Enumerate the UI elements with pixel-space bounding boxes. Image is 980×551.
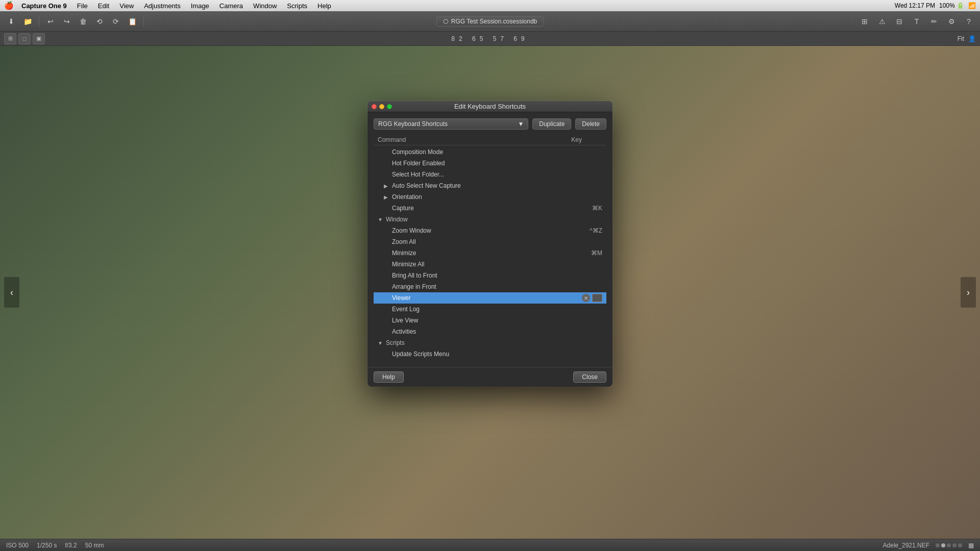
tabbar: ⊞ □ ▣ 82 65 57 69 Fit 👤 xyxy=(0,32,980,46)
menu-edit[interactable]: Edit xyxy=(94,0,113,11)
menubar-right: Wed 12:17 PM 100% 🔋 📶 xyxy=(895,2,976,9)
menu-file[interactable]: File xyxy=(73,0,92,11)
import-btn[interactable]: 📁 xyxy=(20,14,35,29)
expand-chevron-icon: ▶ xyxy=(384,183,390,189)
table-btn[interactable]: ⊟ xyxy=(892,14,906,29)
grid-view-btn[interactable]: ⊞ xyxy=(857,14,872,29)
zoom-indicator: 👤 xyxy=(968,35,976,42)
dialog-footer: Help Close xyxy=(368,367,612,387)
cmd-arrange-in-front[interactable]: Arrange in Front xyxy=(374,281,606,292)
cmd-bring-all-to-front[interactable]: Bring All to Front xyxy=(374,270,606,281)
nav-prev-btn[interactable]: ‹ xyxy=(4,277,19,308)
table-header: Command Key xyxy=(374,135,606,145)
menu-image[interactable]: Image xyxy=(187,0,213,11)
cmd-minimize[interactable]: Minimize ⌘M xyxy=(374,247,606,259)
min-traffic-light[interactable] xyxy=(379,104,384,109)
settings-btn[interactable]: ⚙ xyxy=(944,14,959,29)
cmd-zoom-window[interactable]: Zoom Window ^⌘Z xyxy=(374,225,606,236)
menu-camera[interactable]: Camera xyxy=(215,0,247,11)
cmd-live-view[interactable]: Live View xyxy=(374,315,606,326)
toolbar-center: ⬡ RGG Test Session.cosessiondb xyxy=(436,16,544,27)
filmstrip-icon: ▦ xyxy=(968,542,974,549)
nav-next-btn[interactable]: › xyxy=(961,277,976,308)
command-list[interactable]: Composition Mode Hot Folder Enabled Sele… xyxy=(374,146,606,361)
main-area: ‹ › Edit Keyboard Shortcuts RGG Keyboard… xyxy=(0,46,980,539)
menubar-wifi: 📶 xyxy=(968,2,976,9)
cmd-auto-select[interactable]: ▶ Auto Select New Capture xyxy=(374,180,606,191)
menubar: 🍎 Capture One 9 File Edit View Adjustmen… xyxy=(0,0,980,11)
tab-split[interactable]: ▣ xyxy=(33,33,45,44)
preset-row: RGG Keyboard Shortcuts ▼ Duplicate Delet… xyxy=(374,118,606,130)
close-btn[interactable]: Close xyxy=(573,371,606,383)
cmd-composition-mode[interactable]: Composition Mode xyxy=(374,146,606,158)
tab-single[interactable]: □ xyxy=(18,33,31,44)
menu-scripts[interactable]: Scripts xyxy=(283,0,311,11)
rotate-left-btn[interactable]: ⟲ xyxy=(92,14,107,29)
menubar-time: Wed 12:17 PM xyxy=(895,2,935,9)
menu-adjustments[interactable]: Adjustments xyxy=(140,0,185,11)
app-name[interactable]: Capture One 9 xyxy=(17,0,71,11)
expand-chevron-icon: ▶ xyxy=(384,194,390,200)
rotate-right-btn[interactable]: ⟳ xyxy=(109,14,123,29)
fit-label: Fit xyxy=(958,35,964,42)
cmd-window-group[interactable]: ▼ Window xyxy=(374,214,606,225)
redo-btn[interactable]: ↪ xyxy=(60,14,74,29)
key-input-box[interactable] xyxy=(592,294,602,302)
menubar-battery: 100% 🔋 xyxy=(939,2,964,9)
pen-btn[interactable]: ✏ xyxy=(927,14,941,29)
cmd-scripts-group[interactable]: ▼ Scripts xyxy=(374,337,606,348)
close-traffic-light[interactable] xyxy=(372,104,377,109)
cmd-activities[interactable]: Activities xyxy=(374,326,606,337)
dialog-titlebar: Edit Keyboard Shortcuts xyxy=(368,101,612,112)
help-btn[interactable]: Help xyxy=(374,371,404,383)
apple-menu[interactable]: 🍎 xyxy=(4,1,13,10)
menu-view[interactable]: View xyxy=(115,0,138,11)
max-traffic-light[interactable] xyxy=(387,104,392,109)
dialog-title: Edit Keyboard Shortcuts xyxy=(454,103,526,110)
cmd-open-scripts-folder[interactable]: Open Scripts Folder xyxy=(374,360,606,361)
cmd-minimize-all[interactable]: Minimize All xyxy=(374,259,606,270)
text-btn[interactable]: T xyxy=(910,14,924,29)
aperture-display: f/3.2 xyxy=(65,542,77,549)
cmd-hot-folder-enabled[interactable]: Hot Folder Enabled xyxy=(374,158,606,169)
col-command-header: Command xyxy=(378,136,561,143)
toolbar-sep-2 xyxy=(143,16,144,27)
cmd-event-log[interactable]: Event Log xyxy=(374,304,606,315)
session-icon: ⬡ xyxy=(443,18,448,25)
dialog-body: RGG Keyboard Shortcuts ▼ Duplicate Delet… xyxy=(368,112,612,367)
tab-grid[interactable]: ⊞ xyxy=(4,33,16,44)
iso-display: ISO 500 xyxy=(6,542,29,549)
alert-btn[interactable]: ⚠ xyxy=(875,14,889,29)
clear-key-btn[interactable]: ✕ xyxy=(582,294,590,302)
duplicate-btn[interactable]: Duplicate xyxy=(532,118,571,130)
dot-3 xyxy=(947,543,951,547)
collapse-chevron-icon: ▼ xyxy=(378,217,384,222)
preset-dropdown[interactable]: RGG Keyboard Shortcuts ▼ xyxy=(374,118,528,130)
traffic-lights xyxy=(372,104,392,109)
help-btn[interactable]: ? xyxy=(962,14,976,29)
menu-help[interactable]: Help xyxy=(313,0,335,11)
menu-window[interactable]: Window xyxy=(249,0,281,11)
cmd-orientation[interactable]: ▶ Orientation xyxy=(374,191,606,203)
shutter-display: 1/250 s xyxy=(37,542,57,549)
statusbar-right: Adele_2921.NEF ▦ xyxy=(883,542,974,549)
copy-btn[interactable]: 📋 xyxy=(125,14,139,29)
toolbar: ⬇ 📁 ↩ ↪ 🗑 ⟲ ⟳ 📋 ⬡ RGG Test Session.coses… xyxy=(0,11,980,32)
session-title: ⬡ RGG Test Session.cosessiondb xyxy=(436,16,544,27)
statusbar: ISO 500 1/250 s f/3.2 50 mm Adele_2921.N… xyxy=(0,539,980,551)
delete-btn[interactable]: 🗑 xyxy=(76,14,90,29)
dot-5 xyxy=(958,543,962,547)
delete-btn[interactable]: Delete xyxy=(575,118,606,130)
export-btn[interactable]: ⬇ xyxy=(4,14,18,29)
cmd-select-hot-folder[interactable]: Select Hot Folder... xyxy=(374,169,606,180)
cmd-viewer[interactable]: Viewer ✕ xyxy=(374,292,606,304)
cmd-capture[interactable]: Capture ⌘K xyxy=(374,203,606,214)
cmd-update-scripts-menu[interactable]: Update Scripts Menu xyxy=(374,348,606,360)
cmd-zoom-all[interactable]: Zoom All xyxy=(374,236,606,247)
focal-display: 50 mm xyxy=(85,542,104,549)
preset-value: RGG Keyboard Shortcuts xyxy=(378,120,448,128)
undo-btn[interactable]: ↩ xyxy=(43,14,58,29)
dot-1 xyxy=(936,543,940,547)
col-key-header: Key xyxy=(561,136,602,143)
keyboard-shortcuts-dialog: Edit Keyboard Shortcuts RGG Keyboard Sho… xyxy=(368,101,612,387)
